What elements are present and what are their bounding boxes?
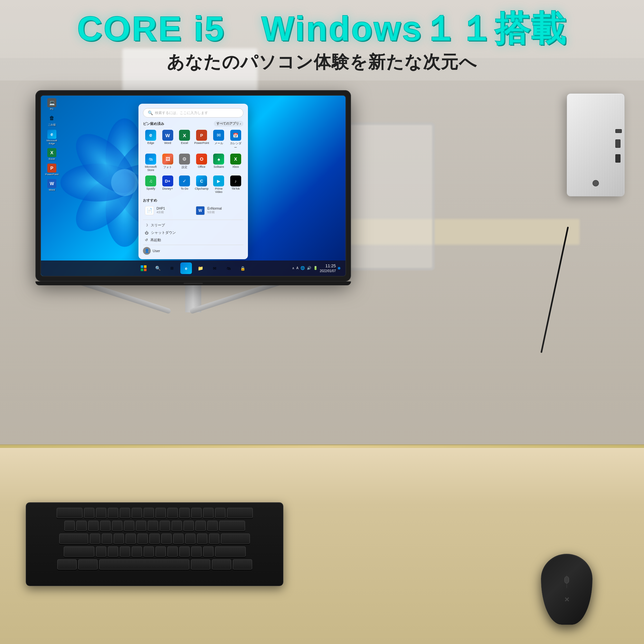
desktop-icons: 💻 PC 🗑 ごみ箱 e Microsoft Edge X Excel [43, 98, 60, 191]
app-powerpoint[interactable]: P PowerPoint [194, 128, 210, 151]
app-solitaire[interactable]: ♠ Solitaire [211, 152, 226, 173]
all-apps-button[interactable]: すべてのアプリ › [214, 121, 243, 127]
app-mail[interactable]: ✉ メール [211, 128, 226, 151]
app-disney[interactable]: D+ Disney+ [160, 174, 175, 195]
taskbar-center: 🔍 ⊞ e 📁 ✉ 🛍 🔒 [138, 262, 249, 274]
mouse: ✕ [541, 554, 592, 625]
app-xbox[interactable]: X Xbox [228, 152, 243, 173]
shutdown-button[interactable]: ⏻ シャットダウン [143, 229, 243, 236]
app-calendar[interactable]: 📅 カレンダー [228, 128, 243, 151]
sleep-icon: ☽ [145, 223, 148, 227]
monitor-screen: 💻 PC 🗑 ごみ箱 e Microsoft Edge X Excel [41, 96, 346, 276]
recommended-items: 📄 DHP1 4分前 W EnNormal [143, 205, 243, 216]
svg-rect-10 [144, 265, 147, 268]
main-title: CORE i5 Windows１１搭載 [19, 10, 625, 48]
pinned-apps-grid: e Edge W Word X Excel P [143, 128, 243, 195]
app-excel[interactable]: X Excel [177, 128, 192, 151]
sleep-button[interactable]: ☽ スリープ [143, 222, 243, 229]
app-store[interactable]: 🛍 Microsoft Store [143, 152, 158, 173]
search-button[interactable]: 🔍 [152, 262, 164, 274]
app-spotify[interactable]: ♫ Spotify [143, 174, 158, 195]
desktop-icon-edge[interactable]: e Microsoft Edge [43, 130, 60, 145]
svg-rect-11 [141, 269, 143, 271]
mini-pc [567, 93, 625, 196]
power-icon: ⏻ [145, 231, 148, 235]
app-word[interactable]: W Word [160, 128, 175, 151]
explorer-taskbar[interactable]: 📁 [194, 262, 206, 274]
notification-dot[interactable] [338, 267, 340, 270]
svg-point-8 [111, 169, 138, 196]
desktop-icon-ppt[interactable]: P PowerPoint [43, 164, 60, 176]
restart-icon: ↺ [145, 238, 148, 242]
taskbar: 🔍 ⊞ e 📁 ✉ 🛍 🔒 ∧ A 🌐 🔊 🔋 [41, 260, 346, 276]
search-icon: 🔍 [148, 110, 153, 115]
svg-rect-9 [141, 265, 143, 268]
app-office[interactable]: O Office [194, 152, 210, 173]
svg-rect-12 [144, 269, 147, 271]
taskbar-right: ∧ A 🌐 🔊 🔋 11:25 2022/01/07 [292, 263, 340, 273]
app-photos[interactable]: 🖼 フォト [160, 152, 175, 173]
app-clipchamp[interactable]: C Clipchamp [194, 174, 210, 195]
monitor: 💻 PC 🗑 ごみ箱 e Microsoft Edge X Excel [35, 90, 351, 285]
restart-button[interactable]: ↺ 再起動 [143, 237, 243, 243]
desktop-icon-recycle[interactable]: 🗑 ごみ箱 [43, 114, 60, 127]
sub-title: あなたのパソコン体験を新たな次元へ [19, 51, 625, 74]
edge-taskbar[interactable]: e [180, 262, 192, 274]
time-display[interactable]: 11:25 2022/01/07 [320, 263, 336, 273]
app-prime[interactable]: ▶ Prime Video [211, 174, 226, 195]
power-menu: ☽ スリープ ⏻ シャットダウン ↺ 再起動 [143, 220, 243, 243]
start-button[interactable] [138, 262, 149, 274]
rec-item-1[interactable]: 📄 DHP1 4分前 [143, 205, 193, 216]
pinned-title: ピン留め済み すべてのアプリ › [143, 121, 243, 127]
header: CORE i5 Windows１１搭載 あなたのパソコン体験を新たな次元へ [0, 0, 644, 81]
store-taskbar[interactable]: 🛍 [223, 262, 234, 274]
user-name: User [153, 249, 160, 253]
network-icon[interactable]: 🌐 [300, 266, 305, 270]
rec-item-2[interactable]: W EnNormal 5分前 [194, 205, 243, 216]
lang-indicator: A [296, 266, 298, 270]
app-settings[interactable]: ⚙ 設定 [177, 152, 192, 173]
rec-icon-2: W [196, 206, 205, 215]
user-avatar: 👤 [143, 247, 151, 255]
desktop-icon-excel[interactable]: X Excel [43, 148, 60, 160]
rec-icon-1: 📄 [145, 206, 154, 215]
app-tiktok[interactable]: ♪ TikTok [228, 174, 243, 195]
taskview-button[interactable]: ⊞ [166, 262, 178, 274]
search-bar[interactable]: 🔍 検索するには、ここに入力します [143, 108, 243, 118]
battery-icon: 🔋 [313, 266, 318, 270]
speaker-icon[interactable]: 🔊 [307, 266, 311, 270]
mail-taskbar[interactable]: ✉ [209, 262, 220, 274]
stand-base [68, 303, 293, 328]
recommended-title: おすすめ [143, 198, 243, 203]
security-taskbar[interactable]: 🔒 [237, 262, 249, 274]
app-todo[interactable]: ✓ To Do [177, 174, 192, 195]
system-tray-chevron[interactable]: ∧ [292, 266, 294, 270]
user-section[interactable]: 👤 User [143, 245, 243, 255]
app-edge[interactable]: e Edge [143, 128, 158, 151]
start-menu: 🔍 検索するには、ここに入力します ピン留め済み すべてのアプリ › [138, 104, 248, 259]
desktop-icon-pc[interactable]: 💻 PC [43, 98, 60, 110]
desktop-icon-word[interactable]: W Word [43, 179, 60, 191]
keyboard [26, 502, 283, 586]
